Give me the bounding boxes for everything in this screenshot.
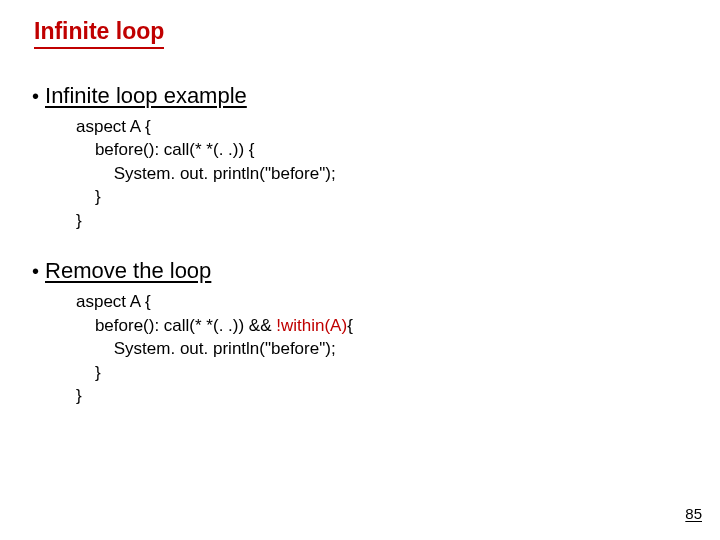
code-line: }	[76, 185, 692, 208]
page-number: 85	[685, 505, 702, 522]
code-line: before(): call(* *(. .)) && !within(A){	[76, 314, 692, 337]
code-span: {	[347, 316, 353, 335]
bullet-1: • Infinite loop example	[32, 83, 692, 109]
bullet-2-text: Remove the loop	[45, 258, 211, 284]
code-line: }	[76, 209, 692, 232]
code-line: before(): call(* *(. .)) {	[76, 138, 692, 161]
code-line: aspect A {	[76, 290, 692, 313]
code-block-2: aspect A { before(): call(* *(. .)) && !…	[76, 290, 692, 407]
code-highlight: !within(A)	[276, 316, 347, 335]
bullet-dot-icon: •	[32, 85, 39, 108]
title-wrap: Infinite loop	[28, 18, 692, 65]
slide: Infinite loop • Infinite loop example as…	[0, 0, 720, 540]
code-span: before(): call(* *(. .)) &&	[76, 316, 276, 335]
code-line: System. out. println("before");	[76, 337, 692, 360]
slide-title: Infinite loop	[34, 18, 164, 49]
code-line: }	[76, 361, 692, 384]
code-block-1: aspect A { before(): call(* *(. .)) { Sy…	[76, 115, 692, 232]
code-line: System. out. println("before");	[76, 162, 692, 185]
bullet-1-text: Infinite loop example	[45, 83, 247, 109]
bullet-dot-icon: •	[32, 260, 39, 283]
code-line: }	[76, 384, 692, 407]
code-line: aspect A {	[76, 115, 692, 138]
bullet-2: • Remove the loop	[32, 258, 692, 284]
